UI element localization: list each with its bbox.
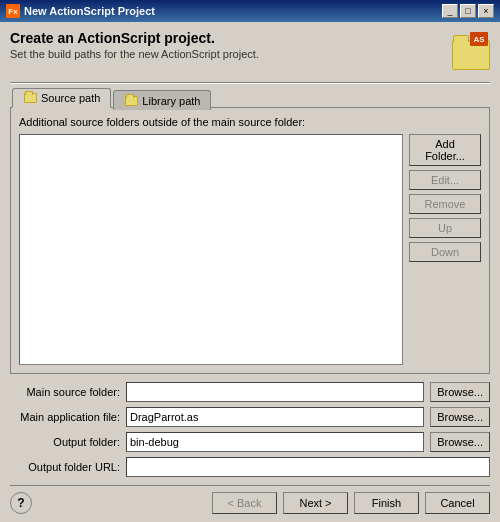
form-row-output-folder: Output folder: Browse...	[10, 432, 490, 452]
output-folder-input[interactable]	[126, 432, 424, 452]
main-app-label: Main application file:	[10, 411, 120, 423]
dialog-header: Create an ActionScript project. Set the …	[10, 30, 490, 70]
folder-icon	[24, 93, 37, 103]
tab-library-label: Library path	[142, 95, 200, 107]
tab-library-icon	[124, 95, 138, 107]
cancel-button[interactable]: Cancel	[425, 492, 490, 514]
header-badge: AS	[470, 32, 488, 46]
dialog-body: Create an ActionScript project. Set the …	[0, 22, 500, 522]
panel-description: Additional source folders outside of the…	[19, 116, 481, 128]
dialog-header-text: Create an ActionScript project. Set the …	[10, 30, 259, 60]
dialog-title: Create an ActionScript project.	[10, 30, 259, 46]
form-section: Main source folder: Browse... Main appli…	[10, 382, 490, 477]
title-bar-app-icon: Fx	[6, 4, 20, 18]
main-source-browse-button[interactable]: Browse...	[430, 382, 490, 402]
title-bar-title: New ActionScript Project	[24, 5, 155, 17]
title-bar-controls: _ □ ×	[442, 4, 494, 18]
tabs: Source path Library path	[10, 88, 490, 108]
header-divider	[10, 82, 490, 84]
back-button[interactable]: < Back	[212, 492, 277, 514]
tab-container: Source path Library path	[10, 88, 490, 107]
title-bar-icon-label: Fx	[8, 7, 17, 16]
bottom-section: ? < Back Next > Finish Cancel	[10, 485, 490, 514]
panel: Additional source folders outside of the…	[10, 107, 490, 374]
add-folder-button[interactable]: Add Folder...	[409, 134, 481, 166]
form-row-output-url: Output folder URL:	[10, 457, 490, 477]
remove-button[interactable]: Remove	[409, 194, 481, 214]
tab-source-path[interactable]: Source path	[12, 88, 111, 108]
maximize-button[interactable]: □	[460, 4, 476, 18]
tab-source-icon	[23, 92, 37, 104]
dialog-subtitle: Set the build paths for the new ActionSc…	[10, 48, 259, 60]
up-button[interactable]: Up	[409, 218, 481, 238]
side-buttons: Add Folder... Edit... Remove Up Down	[409, 134, 481, 365]
output-folder-label: Output folder:	[10, 436, 120, 448]
close-button[interactable]: ×	[478, 4, 494, 18]
output-url-input[interactable]	[126, 457, 490, 477]
next-button[interactable]: Next >	[283, 492, 348, 514]
form-row-main-app: Main application file: Browse...	[10, 407, 490, 427]
tab-source-label: Source path	[41, 92, 100, 104]
output-folder-browse-button[interactable]: Browse...	[430, 432, 490, 452]
folder-icon-2	[125, 96, 138, 106]
main-app-browse-button[interactable]: Browse...	[430, 407, 490, 427]
down-button[interactable]: Down	[409, 242, 481, 262]
finish-button[interactable]: Finish	[354, 492, 419, 514]
main-app-input[interactable]	[126, 407, 424, 427]
minimize-button[interactable]: _	[442, 4, 458, 18]
main-source-input[interactable]	[126, 382, 424, 402]
header-icon: AS	[442, 30, 490, 70]
main-source-label: Main source folder:	[10, 386, 120, 398]
title-bar-left: Fx New ActionScript Project	[6, 4, 155, 18]
tab-library-path[interactable]: Library path	[113, 90, 211, 110]
edit-button[interactable]: Edit...	[409, 170, 481, 190]
form-row-main-source: Main source folder: Browse...	[10, 382, 490, 402]
panel-content: Add Folder... Edit... Remove Up Down	[19, 134, 481, 365]
output-url-label: Output folder URL:	[10, 461, 120, 473]
help-button[interactable]: ?	[10, 492, 32, 514]
title-bar: Fx New ActionScript Project _ □ ×	[0, 0, 500, 22]
source-folders-list[interactable]	[19, 134, 403, 365]
nav-buttons: < Back Next > Finish Cancel	[212, 492, 490, 514]
